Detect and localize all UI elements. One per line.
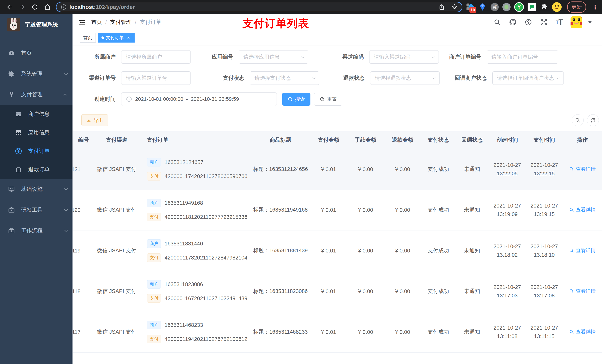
export-button[interactable]: 导出 bbox=[81, 114, 108, 126]
pay-tag: 支付 bbox=[147, 253, 161, 262]
bookmark-star-icon[interactable] bbox=[451, 4, 458, 10]
chevron-up-icon bbox=[63, 93, 67, 97]
forward-icon[interactable] bbox=[17, 2, 27, 12]
table-toolbar: 导出 bbox=[73, 114, 602, 126]
extensions-row: 10 ⌘ Y 更新 ⋮ bbox=[466, 1, 599, 13]
address-bar[interactable]: localhost:1024/pay/order bbox=[56, 2, 462, 12]
channel-order-no-input[interactable]: 请输入渠道订单号 bbox=[121, 71, 191, 85]
extension-dot-icon[interactable] bbox=[502, 3, 511, 11]
table-row[interactable]: 商户1635311351736 bbox=[73, 352, 602, 364]
tags-view: 首页 支付订单 × bbox=[73, 30, 602, 45]
logo: 芋道管理系统 bbox=[0, 14, 73, 35]
refund-status-select[interactable]: 请选择退款状态 bbox=[370, 71, 440, 85]
sidebar-item-workflow[interactable]: 工作流程 bbox=[0, 220, 73, 241]
tab-home[interactable]: 首页 bbox=[80, 33, 96, 42]
search-icon bbox=[288, 96, 293, 102]
sidebar-item-infrastructure[interactable]: 基础设施 bbox=[0, 179, 73, 199]
browser-chrome: localhost:1024/pay/order 10 ⌘ bbox=[0, 0, 602, 14]
browser-menu-icon[interactable]: ⋮ bbox=[592, 3, 599, 11]
sidebar-item-payment[interactable]: ¥ 支付管理 bbox=[0, 84, 73, 105]
sidebar-item-merchant-info[interactable]: 商户信息 bbox=[0, 105, 73, 123]
emoji-avatar-icon[interactable] bbox=[552, 2, 562, 12]
payment-submenu: 商户信息 应用信息 支付订单 bbox=[0, 105, 73, 179]
reload-icon[interactable] bbox=[30, 2, 40, 12]
github-icon[interactable] bbox=[508, 18, 517, 27]
view-detail-link[interactable]: 查看详情 bbox=[569, 207, 596, 213]
extension-tiles-icon[interactable]: 10 bbox=[466, 3, 475, 11]
toolbox-icon bbox=[8, 207, 15, 213]
logo-rabbit-image bbox=[7, 18, 20, 31]
view-detail-link[interactable]: 查看详情 bbox=[569, 329, 596, 335]
filter-label: 渠道编码 bbox=[308, 53, 364, 61]
active-dot-icon bbox=[101, 36, 104, 39]
pay-status-select[interactable]: 请选择支付状态 bbox=[250, 71, 319, 85]
top-navbar: 首页 / 支付管理 / 支付订单 支付订单列表 bbox=[73, 14, 602, 30]
close-icon[interactable]: × bbox=[126, 35, 131, 40]
search-button[interactable]: 搜索 bbox=[282, 93, 311, 106]
table-row[interactable]: 117 微信 JSAPI 支付 商户1635311468233 支付420000… bbox=[73, 312, 602, 352]
filter-label: 创建时间 bbox=[79, 95, 116, 103]
sidebar-item-refund-order[interactable]: 退款订单 bbox=[0, 160, 73, 179]
pay-tag: 支付 bbox=[147, 213, 161, 221]
table-row[interactable]: 118 微信 JSAPI 支付 商户1635311823086 支付420000… bbox=[73, 271, 602, 312]
scrollbar[interactable] bbox=[72, 14, 73, 364]
merchant-select[interactable]: 请选择所属商户 bbox=[121, 50, 191, 64]
sidebar-item-system[interactable]: 系统管理 bbox=[0, 63, 73, 84]
back-icon[interactable] bbox=[5, 2, 14, 12]
extension-y-icon[interactable]: Y bbox=[514, 2, 524, 12]
extension-badge: 10 bbox=[469, 7, 476, 13]
site-info-icon[interactable] bbox=[61, 4, 67, 10]
download-icon bbox=[86, 118, 91, 123]
chevron-down-icon bbox=[64, 228, 68, 232]
pay-tag: 支付 bbox=[147, 335, 161, 343]
extension-gem-icon[interactable] bbox=[478, 3, 487, 11]
show-search-button[interactable] bbox=[572, 114, 584, 126]
search-icon[interactable] bbox=[493, 18, 502, 27]
notify-status-select[interactable]: 请选择订单回调商户状态 bbox=[492, 71, 564, 85]
monitor-icon bbox=[8, 186, 15, 193]
tab-pay-order[interactable]: 支付订单 × bbox=[98, 33, 135, 42]
breadcrumb-current: 支付订单 bbox=[140, 19, 161, 26]
view-detail-link[interactable]: 查看详情 bbox=[569, 288, 596, 294]
table-row[interactable]: 120 微信 JSAPI 支付 商户1635311949168 支付420000… bbox=[73, 190, 602, 230]
sidebar-item-dev-tools[interactable]: 研发工具 bbox=[0, 199, 73, 220]
sidebar-collapse-icon[interactable] bbox=[78, 19, 86, 26]
refresh-table-button[interactable] bbox=[587, 114, 599, 126]
home-icon[interactable] bbox=[43, 2, 52, 12]
filter-label: 支付状态 bbox=[191, 74, 244, 82]
view-detail-link[interactable]: 查看详情 bbox=[569, 247, 596, 254]
reset-button[interactable]: 重置 bbox=[314, 93, 342, 106]
refresh-icon bbox=[320, 96, 325, 102]
avatar-caret-icon[interactable] bbox=[588, 21, 592, 23]
table-row[interactable]: 121 微信 JSAPI 支付 商户1635312124657 支付420000… bbox=[73, 149, 602, 190]
extension-command-icon[interactable]: ⌘ bbox=[491, 3, 499, 11]
yen-icon: ¥ bbox=[8, 90, 15, 99]
channel-code-select[interactable]: 请输入渠道编码 bbox=[369, 50, 439, 64]
chevron-down-icon bbox=[64, 71, 68, 75]
url-text[interactable]: localhost:1024/pay/order bbox=[69, 4, 439, 10]
share-icon[interactable] bbox=[439, 4, 445, 10]
view-detail-link[interactable]: 查看详情 bbox=[569, 166, 596, 172]
gear-icon bbox=[8, 70, 15, 77]
document-icon bbox=[14, 166, 22, 173]
date-range-picker[interactable]: 2021-10-01 00:00:00 - 2021-10-31 23:59:5… bbox=[121, 93, 277, 106]
extension-chat-icon[interactable] bbox=[527, 3, 536, 11]
fullscreen-icon[interactable] bbox=[539, 18, 548, 27]
chevron-down-icon bbox=[64, 187, 68, 190]
avatar[interactable] bbox=[570, 16, 582, 28]
table-row[interactable]: 119 微信 JSAPI 支付 商户1635311881440 支付420000… bbox=[73, 230, 602, 271]
pay-tag: 支付 bbox=[147, 294, 161, 302]
merchant-order-no-input[interactable]: 请输入商户订单编号 bbox=[487, 50, 558, 64]
sidebar-item-home[interactable]: 首页 bbox=[0, 43, 73, 63]
help-icon[interactable] bbox=[524, 18, 533, 27]
extensions-puzzle-icon[interactable] bbox=[540, 3, 548, 11]
sidebar-item-app-info[interactable]: 应用信息 bbox=[0, 123, 73, 142]
chevron-down-icon bbox=[64, 208, 68, 211]
sidebar-item-pay-order[interactable]: 支付订单 bbox=[0, 142, 73, 160]
app-select[interactable]: 请选择应用信息 bbox=[239, 50, 308, 64]
breadcrumb-payment[interactable]: 支付管理 bbox=[110, 19, 132, 26]
breadcrumb-home[interactable]: 首页 bbox=[91, 19, 102, 26]
font-size-icon[interactable]: TT bbox=[555, 18, 564, 27]
merchant-tag: 商户 bbox=[147, 239, 161, 248]
update-button[interactable]: 更新 bbox=[567, 1, 586, 13]
